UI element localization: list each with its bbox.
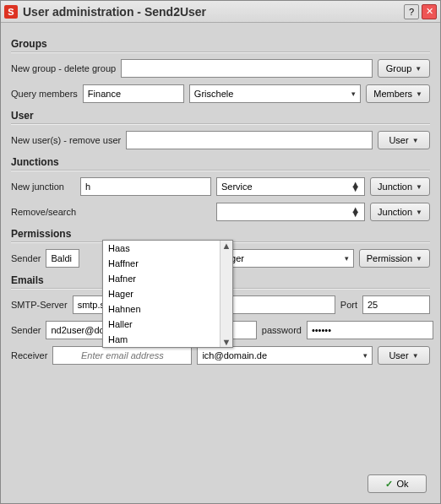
list-item[interactable]: Hahnen bbox=[103, 301, 232, 317]
app-icon: S bbox=[4, 5, 18, 19]
user-title: User bbox=[11, 110, 430, 122]
help-icon: ? bbox=[409, 7, 414, 17]
chevron-down-icon: ▼ bbox=[412, 352, 419, 360]
user-button[interactable]: User▼ bbox=[378, 131, 430, 149]
password-label: password bbox=[262, 325, 302, 335]
permission-sender-input[interactable] bbox=[46, 249, 79, 268]
password-input[interactable] bbox=[307, 321, 433, 339]
junction-button[interactable]: Junction▼ bbox=[370, 177, 430, 196]
scroll-down-icon: ▼ bbox=[222, 337, 231, 347]
chevron-down-icon: ▼ bbox=[416, 183, 422, 191]
list-item[interactable]: Haffner bbox=[103, 256, 232, 271]
ok-button[interactable]: ✓ Ok bbox=[368, 474, 427, 493]
new-group-label: New group - delete group bbox=[11, 63, 116, 73]
groups-title: Groups bbox=[11, 38, 430, 50]
new-junction-label: New junction bbox=[11, 182, 75, 192]
new-junction-input[interactable] bbox=[80, 177, 211, 196]
receiver-input[interactable] bbox=[52, 346, 192, 365]
list-item[interactable]: Hager bbox=[103, 286, 232, 301]
remove-search-spinner[interactable]: ▲▼ bbox=[216, 203, 365, 221]
updown-icon: ▲▼ bbox=[351, 208, 360, 216]
smtp-label: SMTP-Server bbox=[11, 300, 68, 310]
scroll-up-icon: ▲ bbox=[222, 241, 231, 251]
chevron-down-icon: ▾ bbox=[351, 89, 356, 98]
junction-button-2[interactable]: Junction▼ bbox=[370, 203, 430, 221]
list-item[interactable]: Hafner bbox=[103, 271, 232, 286]
help-button[interactable]: ? bbox=[404, 4, 419, 19]
chevron-down-icon: ▼ bbox=[416, 209, 422, 216]
junctions-title: Junctions bbox=[11, 156, 430, 168]
port-label: Port bbox=[340, 300, 357, 310]
user-button-2[interactable]: User▼ bbox=[378, 346, 430, 365]
chevron-down-icon: ▼ bbox=[412, 137, 419, 144]
query-members-label: Query members bbox=[11, 89, 78, 99]
window-title: User administration - Send2User bbox=[23, 5, 401, 19]
list-item[interactable]: Ham bbox=[103, 332, 232, 347]
new-user-label: New user(s) - remove user bbox=[11, 135, 121, 145]
permission-button[interactable]: Permission▼ bbox=[359, 249, 430, 268]
close-button[interactable]: ✕ bbox=[422, 4, 437, 19]
close-icon: ✕ bbox=[426, 6, 433, 17]
members-button[interactable]: Members▼ bbox=[366, 84, 430, 103]
check-icon: ✓ bbox=[385, 479, 393, 490]
query-members-input[interactable] bbox=[83, 84, 184, 103]
list-item[interactable]: Haas bbox=[103, 241, 232, 256]
group-button[interactable]: Group▼ bbox=[378, 59, 430, 78]
scrollbar[interactable]: ▲▼ bbox=[220, 241, 232, 347]
service-spinner[interactable]: Service▲▼ bbox=[216, 177, 365, 196]
remove-search-label: Remove/search bbox=[11, 207, 75, 217]
chevron-down-icon: ▼ bbox=[416, 255, 422, 263]
chevron-down-icon: ▾ bbox=[363, 351, 368, 360]
chevron-down-icon: ▾ bbox=[345, 254, 349, 263]
receiver-select[interactable]: ich@domain.de▾ bbox=[197, 346, 373, 365]
chevron-down-icon: ▼ bbox=[416, 90, 422, 98]
new-user-input[interactable] bbox=[126, 131, 373, 149]
grischele-select[interactable]: Grischele▾ bbox=[189, 84, 361, 103]
updown-icon: ▲▼ bbox=[351, 182, 360, 191]
permissions-title: Permissions bbox=[11, 228, 430, 240]
list-item[interactable]: Haller bbox=[103, 317, 232, 332]
autocomplete-dropdown[interactable]: Haas Haffner Hafner Hager Hahnen Haller … bbox=[102, 240, 233, 348]
permission-sender-label: Sender bbox=[11, 253, 41, 263]
receiver-label: Receiver bbox=[11, 350, 47, 360]
port-input[interactable] bbox=[362, 295, 430, 314]
new-group-input[interactable] bbox=[121, 59, 373, 78]
email-sender-label: Sender bbox=[11, 325, 41, 335]
chevron-down-icon: ▼ bbox=[415, 65, 422, 73]
